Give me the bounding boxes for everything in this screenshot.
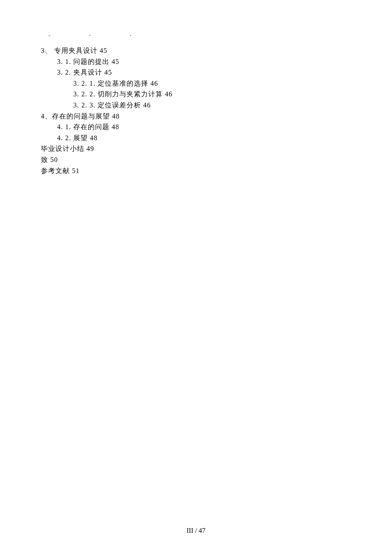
page-content: . . . 3、 专用夹具设计 45 3. 1. 问题的提出 45 3. 2. … xyxy=(0,0,392,176)
toc-entry: 4. 2. 展望 48 xyxy=(57,133,351,144)
header-dots: . . . xyxy=(49,31,351,38)
page-footer: III / 47 xyxy=(0,527,392,535)
toc-entry: 3. 2. 3. 定位误差分析 46 xyxy=(73,100,351,111)
toc-entry: 3. 2. 2. 切削力与夹紧力计算 46 xyxy=(73,89,351,100)
toc-entry: 3. 2. 1. 定位基准的选择 46 xyxy=(73,78,351,89)
toc-entry: 3、 专用夹具设计 45 xyxy=(41,45,351,56)
toc-entry: 致 50 xyxy=(41,154,351,165)
toc-entry: 4. 1. 存在的问题 48 xyxy=(57,121,351,133)
toc-entry: 4、存在的问题与展望 48 xyxy=(41,111,351,122)
toc-entry: 3. 2. 夹具设计 45 xyxy=(57,67,351,78)
toc-entry: 3. 1. 问题的提出 45 xyxy=(57,56,351,67)
toc-entry: 毕业设计小结 49 xyxy=(41,143,351,154)
toc-entry: 参考文献 51 xyxy=(41,165,351,176)
